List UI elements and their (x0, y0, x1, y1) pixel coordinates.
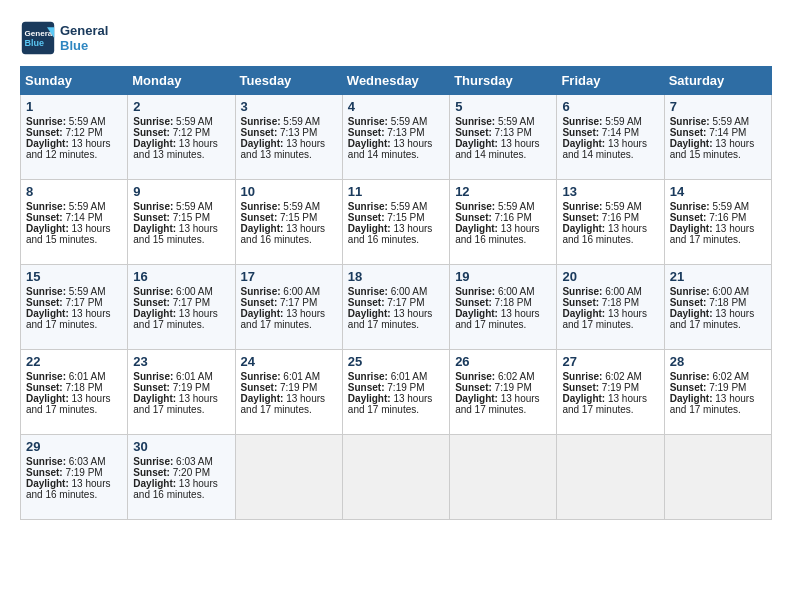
sunset-value: 7:17 PM (387, 297, 424, 308)
sunset-label: Sunset: (133, 127, 172, 138)
sunrise-label: Sunrise: (26, 116, 69, 127)
page-header: General Blue General Blue (20, 20, 772, 56)
sunset-label: Sunset: (562, 382, 601, 393)
calendar-cell: 23 Sunrise: 6:01 AM Sunset: 7:19 PM Dayl… (128, 350, 235, 435)
daylight-label: Daylight: (26, 478, 72, 489)
sunrise-label: Sunrise: (455, 201, 498, 212)
daylight-label: Daylight: (455, 138, 501, 149)
sunrise-value: 5:59 AM (605, 116, 642, 127)
day-number: 8 (26, 184, 122, 199)
calendar-cell: 10 Sunrise: 5:59 AM Sunset: 7:15 PM Dayl… (235, 180, 342, 265)
calendar-cell: 16 Sunrise: 6:00 AM Sunset: 7:17 PM Dayl… (128, 265, 235, 350)
calendar-header: Sunday Monday Tuesday Wednesday Thursday… (21, 67, 772, 95)
sunset-label: Sunset: (133, 382, 172, 393)
sunset-value: 7:15 PM (280, 212, 317, 223)
calendar-cell: 27 Sunrise: 6:02 AM Sunset: 7:19 PM Dayl… (557, 350, 664, 435)
sunrise-value: 6:00 AM (283, 286, 320, 297)
sunrise-label: Sunrise: (562, 201, 605, 212)
sunrise-label: Sunrise: (26, 371, 69, 382)
sunrise-label: Sunrise: (348, 286, 391, 297)
sunset-value: 7:19 PM (387, 382, 424, 393)
daylight-label: Daylight: (455, 308, 501, 319)
col-friday: Friday (557, 67, 664, 95)
sunset-label: Sunset: (670, 212, 709, 223)
daylight-label: Daylight: (133, 223, 179, 234)
sunset-label: Sunset: (670, 127, 709, 138)
sunset-label: Sunset: (670, 382, 709, 393)
calendar-cell (557, 435, 664, 520)
day-number: 23 (133, 354, 229, 369)
daylight-label: Daylight: (562, 223, 608, 234)
daylight-label: Daylight: (133, 138, 179, 149)
sunrise-label: Sunrise: (670, 286, 713, 297)
daylight-label: Daylight: (670, 138, 716, 149)
calendar-week-row: 1 Sunrise: 5:59 AM Sunset: 7:12 PM Dayli… (21, 95, 772, 180)
day-number: 7 (670, 99, 766, 114)
daylight-label: Daylight: (670, 308, 716, 319)
col-thursday: Thursday (450, 67, 557, 95)
calendar-cell: 9 Sunrise: 5:59 AM Sunset: 7:15 PM Dayli… (128, 180, 235, 265)
sunrise-value: 6:00 AM (712, 286, 749, 297)
sunset-value: 7:18 PM (602, 297, 639, 308)
sunset-value: 7:13 PM (495, 127, 532, 138)
calendar-cell (450, 435, 557, 520)
col-sunday: Sunday (21, 67, 128, 95)
day-number: 4 (348, 99, 444, 114)
day-number: 27 (562, 354, 658, 369)
daylight-label: Daylight: (241, 223, 287, 234)
logo-text: General (60, 23, 108, 38)
sunset-label: Sunset: (26, 212, 65, 223)
col-tuesday: Tuesday (235, 67, 342, 95)
sunset-label: Sunset: (26, 382, 65, 393)
day-number: 20 (562, 269, 658, 284)
sunrise-label: Sunrise: (670, 116, 713, 127)
calendar-cell (664, 435, 771, 520)
day-number: 10 (241, 184, 337, 199)
sunset-value: 7:18 PM (495, 297, 532, 308)
sunrise-label: Sunrise: (133, 371, 176, 382)
day-number: 5 (455, 99, 551, 114)
sunrise-value: 5:59 AM (712, 201, 749, 212)
daylight-label: Daylight: (348, 393, 394, 404)
sunset-label: Sunset: (562, 127, 601, 138)
sunset-label: Sunset: (26, 297, 65, 308)
sunset-value: 7:16 PM (495, 212, 532, 223)
day-number: 6 (562, 99, 658, 114)
logo-text2: Blue (60, 38, 108, 53)
sunrise-value: 5:59 AM (176, 201, 213, 212)
sunrise-value: 6:03 AM (69, 456, 106, 467)
sunrise-label: Sunrise: (133, 456, 176, 467)
day-number: 3 (241, 99, 337, 114)
sunrise-label: Sunrise: (241, 201, 284, 212)
sunset-value: 7:19 PM (65, 467, 102, 478)
calendar-cell: 19 Sunrise: 6:00 AM Sunset: 7:18 PM Dayl… (450, 265, 557, 350)
sunset-value: 7:17 PM (65, 297, 102, 308)
sunrise-value: 6:02 AM (498, 371, 535, 382)
sunrise-value: 6:00 AM (605, 286, 642, 297)
sunrise-value: 6:00 AM (391, 286, 428, 297)
sunset-value: 7:18 PM (709, 297, 746, 308)
col-saturday: Saturday (664, 67, 771, 95)
sunset-label: Sunset: (348, 297, 387, 308)
sunset-value: 7:20 PM (173, 467, 210, 478)
sunrise-label: Sunrise: (562, 286, 605, 297)
sunset-label: Sunset: (562, 297, 601, 308)
calendar-cell: 17 Sunrise: 6:00 AM Sunset: 7:17 PM Dayl… (235, 265, 342, 350)
sunset-value: 7:17 PM (173, 297, 210, 308)
sunset-label: Sunset: (670, 297, 709, 308)
daylight-label: Daylight: (348, 223, 394, 234)
calendar-week-row: 22 Sunrise: 6:01 AM Sunset: 7:18 PM Dayl… (21, 350, 772, 435)
sunset-label: Sunset: (562, 212, 601, 223)
calendar-cell: 14 Sunrise: 5:59 AM Sunset: 7:16 PM Dayl… (664, 180, 771, 265)
calendar-cell: 5 Sunrise: 5:59 AM Sunset: 7:13 PM Dayli… (450, 95, 557, 180)
sunrise-value: 5:59 AM (69, 116, 106, 127)
sunset-label: Sunset: (26, 467, 65, 478)
sunset-label: Sunset: (133, 212, 172, 223)
day-number: 26 (455, 354, 551, 369)
calendar-cell: 28 Sunrise: 6:02 AM Sunset: 7:19 PM Dayl… (664, 350, 771, 435)
sunset-label: Sunset: (133, 467, 172, 478)
calendar-cell: 22 Sunrise: 6:01 AM Sunset: 7:18 PM Dayl… (21, 350, 128, 435)
calendar-cell: 24 Sunrise: 6:01 AM Sunset: 7:19 PM Dayl… (235, 350, 342, 435)
sunrise-value: 5:59 AM (498, 201, 535, 212)
calendar-cell: 20 Sunrise: 6:00 AM Sunset: 7:18 PM Dayl… (557, 265, 664, 350)
